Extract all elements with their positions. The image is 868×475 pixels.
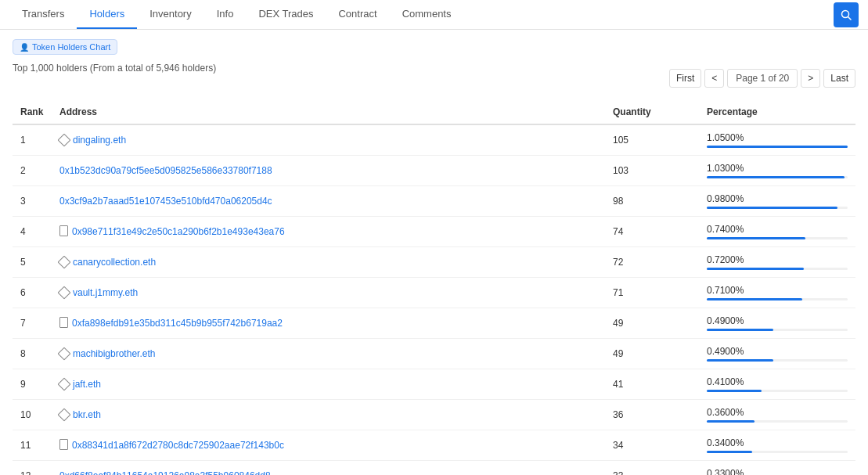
cell-address: machibigbrother.eth [52,339,605,369]
cell-quantity: 105 [605,124,699,156]
progress-bar-bg [707,359,848,362]
diamond-icon [58,377,71,390]
pct-value: 0.9800% [707,193,744,204]
cell-quantity: 49 [605,308,699,339]
address-link[interactable]: machibigbrother.eth [73,348,155,359]
tab-dex-trades[interactable]: DEX Trades [246,0,326,29]
progress-bar-fill [707,451,752,453]
col-address: Address [52,100,605,124]
table-row: 6vault.j1mmy.eth71 0.7100% [13,278,855,308]
diamond-icon [58,408,71,421]
address-link[interactable]: 0x98e711f31e49c2e50c1a290b6f2b1e493e43ea… [72,226,285,237]
progress-bar-fill [707,420,755,423]
progress-bar-fill [707,268,804,270]
tab-inventory[interactable]: Inventory [137,0,203,29]
diamond-icon [58,255,71,268]
table-row: 120xd66f8eaf84b11654a19126a98a3f55b96084… [13,461,855,476]
cell-rank: 5 [13,247,52,278]
cell-address: dingaling.eth [52,124,605,156]
cell-rank: 4 [13,217,52,247]
table-row: 9jaft.eth41 0.4100% [13,369,855,400]
col-quantity: Quantity [605,100,699,124]
cell-percentage: 0.4900% [699,339,855,369]
address-link[interactable]: 0x88341d1a8f672d2780c8dc725902aae72f143b… [72,440,284,451]
cell-percentage: 0.7100% [699,278,855,308]
table-row: 8machibigbrother.eth49 0.4900% [13,339,855,369]
progress-bar-fill [707,359,773,362]
tab-holders[interactable]: Holders [77,0,137,29]
chart-badge[interactable]: 👤 Token Holders Chart [13,39,117,55]
address-link[interactable]: 0x1b523dc90a79cf5ee5d095825e586e33780f71… [59,165,272,176]
progress-bar-bg [707,176,848,178]
cell-quantity: 72 [605,247,699,278]
page-info: Page 1 of 20 [727,69,798,88]
progress-bar-bg [707,329,848,331]
address-link[interactable]: jaft.eth [73,379,101,390]
tab-comments[interactable]: Comments [390,0,464,29]
cell-quantity: 49 [605,339,699,369]
first-page-button[interactable]: First [669,69,701,88]
progress-bar-bg [707,207,848,209]
progress-bar-bg [707,298,848,300]
address-link[interactable]: dingaling.eth [73,135,126,146]
diamond-icon [58,286,71,299]
table-row: 5canarycollection.eth72 0.7200% [13,247,855,278]
chart-icon: 👤 [20,43,29,52]
address-link[interactable]: 0xfa898efdb91e35bd311c45b9b955f742b6719a… [72,318,283,329]
next-page-button[interactable]: > [801,69,820,88]
progress-bar-fill [707,176,845,178]
cell-quantity: 36 [605,400,699,430]
cell-rank: 9 [13,369,52,400]
pagination: First < Page 1 of 20 > Last [669,69,855,88]
tab-bar: Transfers Holders Inventory Info DEX Tra… [0,0,868,30]
chart-badge-label: Token Holders Chart [32,42,110,52]
table-row: 70xfa898efdb91e35bd311c45b9b955f742b6719… [13,308,855,339]
progress-bar-bg [707,390,848,392]
table-row: 110x88341d1a8f672d2780c8dc725902aae72f14… [13,430,855,461]
progress-bar-fill [707,237,805,239]
cell-rank: 2 [13,156,52,186]
cell-quantity: 71 [605,278,699,308]
address-link[interactable]: 0xd66f8eaf84b11654a19126a98a3f55b960846d… [59,470,271,475]
col-percentage: Percentage [699,100,855,124]
tab-contract[interactable]: Contract [326,0,389,29]
pct-value: 0.7200% [707,254,744,265]
progress-bar-fill [707,298,802,300]
doc-icon [59,225,68,236]
cell-address: 0x88341d1a8f672d2780c8dc725902aae72f143b… [52,430,605,461]
prev-page-button[interactable]: < [704,69,724,88]
pct-value: 0.3300% [707,468,744,475]
tab-info[interactable]: Info [204,0,247,29]
address-link[interactable]: vault.j1mmy.eth [73,287,138,298]
table-row: 30x3cf9a2b7aaad51e107453e510bfd470a06205… [13,186,855,217]
cell-percentage: 0.4900% [699,308,855,339]
cell-quantity: 74 [605,217,699,247]
progress-bar-bg [707,146,848,148]
pct-value: 0.3400% [707,437,744,448]
cell-quantity: 33 [605,461,699,476]
last-page-button[interactable]: Last [823,69,855,88]
progress-bar-fill [707,207,837,209]
progress-bar-bg [707,268,848,270]
cell-address: jaft.eth [52,369,605,400]
address-link[interactable]: canarycollection.eth [73,257,156,268]
progress-bar-bg [707,237,848,239]
table-row: 40x98e711f31e49c2e50c1a290b6f2b1e493e43e… [13,217,855,247]
cell-rank: 12 [13,461,52,476]
cell-address: canarycollection.eth [52,247,605,278]
diamond-icon [58,347,71,360]
progress-bar-bg [707,451,848,453]
tab-transfers[interactable]: Transfers [9,0,77,29]
address-link[interactable]: 0x3cf9a2b7aaad51e107453e510bfd470a06205d… [59,196,272,207]
cell-rank: 3 [13,186,52,217]
progress-bar-bg [707,420,848,423]
doc-icon [59,317,68,328]
progress-bar-fill [707,146,848,148]
search-button[interactable] [834,2,859,27]
cell-address: 0xfa898efdb91e35bd311c45b9b955f742b6719a… [52,308,605,339]
svg-line-1 [848,16,852,20]
cell-percentage: 0.7200% [699,247,855,278]
cell-address: 0xd66f8eaf84b11654a19126a98a3f55b960846d… [52,461,605,476]
address-link[interactable]: bkr.eth [73,409,101,420]
table-row: 20x1b523dc90a79cf5ee5d095825e586e33780f7… [13,156,855,186]
